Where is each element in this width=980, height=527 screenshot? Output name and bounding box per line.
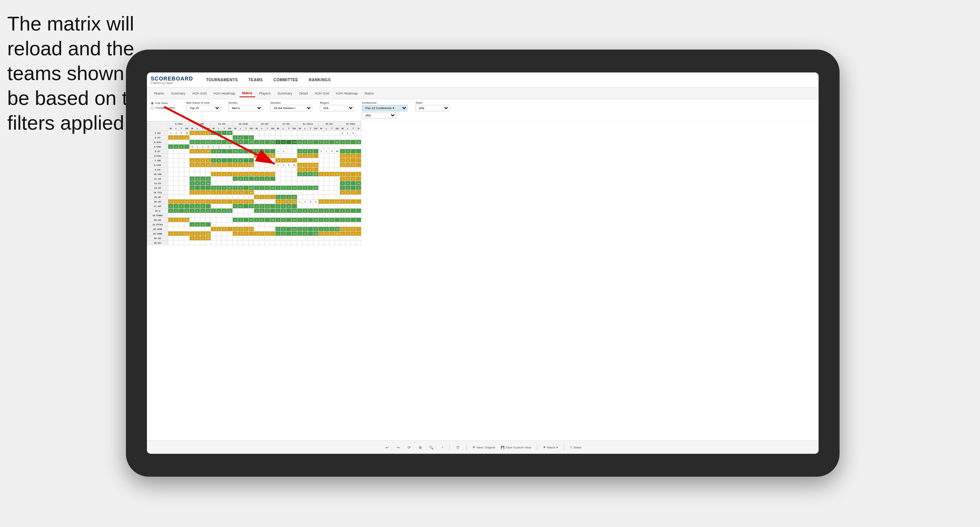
tab-h2h-grid2[interactable]: H2H Grid <box>312 90 332 97</box>
matrix-cell <box>335 241 340 245</box>
watch-button[interactable]: 👁 Watch ▾ <box>543 446 558 449</box>
matrix-cell <box>254 163 260 167</box>
sub-d5: Dif <box>270 126 276 131</box>
table-row: 14. TTU212222120230030 <box>147 190 361 195</box>
matrix-cell <box>292 190 297 195</box>
matrix-cell <box>184 186 190 190</box>
matrix-cell: 77 <box>270 172 276 177</box>
matrix-cell <box>324 181 329 186</box>
tab-teams[interactable]: Teams <box>151 90 167 97</box>
refresh-button[interactable]: ⟳ <box>406 445 412 450</box>
matrix-cell <box>303 190 308 195</box>
matrix-cell: 0 <box>206 131 211 135</box>
matrix-cell <box>308 135 313 140</box>
conference-sub-select[interactable]: (All) <box>362 112 396 119</box>
matrix-cell <box>335 135 340 140</box>
zoom-in-button[interactable]: + <box>442 446 443 449</box>
add-button[interactable]: ⊕ <box>417 445 423 450</box>
gender-select[interactable]: Men's <box>228 105 263 111</box>
table-row: 21. ETSU100 <box>147 222 361 227</box>
undo-button[interactable]: ↩ <box>384 445 390 450</box>
matrix-cell <box>345 145 351 149</box>
matrix-cell <box>308 145 313 149</box>
matrix-cell <box>286 149 292 154</box>
tab-detail[interactable]: Detail <box>296 90 311 97</box>
region-select[interactable]: N/A <box>320 105 354 111</box>
matrix-cell: 0 <box>200 204 206 209</box>
matrix-cell <box>335 222 340 227</box>
matrix-cell: 0 <box>340 177 345 181</box>
max-teams-select[interactable]: Top 25 <box>186 105 221 111</box>
matrix-cell <box>303 181 308 186</box>
matrix-cell <box>265 181 270 186</box>
matrix-cell: 9 <box>297 140 303 145</box>
matrix-cell <box>184 236 190 241</box>
full-view-radio[interactable]: Full View <box>151 101 175 105</box>
compact-view-radio[interactable]: Compact View <box>151 106 175 109</box>
matrix-cell <box>227 163 233 167</box>
matrix-cell <box>233 145 238 149</box>
matrix-cell: 1 <box>190 209 195 213</box>
tab-players[interactable]: Players <box>256 90 274 97</box>
matrix-cell <box>206 218 211 222</box>
matrix-cell: 0 <box>303 209 308 213</box>
timer-button[interactable]: ⏱ <box>455 445 461 450</box>
share-button[interactable]: ⇪ Share <box>570 446 582 449</box>
matrix-cell <box>168 158 174 163</box>
matrix-content: 3. ASU 10. UW 11. UA 22. UCB 24. UO 27. … <box>147 121 819 440</box>
matrix-cell <box>308 204 313 209</box>
matrix-cell <box>351 167 356 172</box>
matrix-cell <box>292 149 297 154</box>
matrix-cell: 1 <box>174 131 179 135</box>
redo-button[interactable]: ↪ <box>395 445 401 450</box>
matrix-cell <box>195 218 200 222</box>
row-label: 3. ASU <box>147 140 168 145</box>
tab-matrix[interactable]: Matrix <box>239 90 256 97</box>
tab-matrix2[interactable]: Matrix <box>361 90 377 97</box>
matrix-cell <box>179 140 184 145</box>
matrix-cell: 1 <box>254 209 260 213</box>
matrix-cell <box>174 227 179 231</box>
matrix-cell: 15 <box>356 181 361 186</box>
team-select[interactable]: (All) <box>415 105 450 111</box>
matrix-cell <box>174 195 179 199</box>
zoom-out-button[interactable]: 🔍 - <box>429 445 436 450</box>
division-select[interactable]: NCAA Division I <box>270 105 312 111</box>
sub-l3: L <box>216 126 222 131</box>
table-row: 7. UM0100101001002 <box>147 158 361 163</box>
conference-select[interactable]: Pac-12 Conference ▾ <box>362 105 408 111</box>
matrix-table-area[interactable]: 3. ASU 10. UW 11. UA 22. UCB 24. UO 27. … <box>147 121 819 440</box>
tab-h2h-grid[interactable]: H2H Grid <box>189 90 210 97</box>
sub-w2: W <box>190 126 195 131</box>
matrix-cell <box>216 135 222 140</box>
matrix-cell <box>340 236 345 241</box>
matrix-cell <box>260 227 265 231</box>
matrix-cell <box>286 227 292 231</box>
matrix-cell <box>345 204 351 209</box>
matrix-cell <box>329 204 335 209</box>
matrix-cell: 0 <box>233 163 238 167</box>
nav-teams[interactable]: TEAMS <box>247 77 264 83</box>
matrix-cell: 1 <box>168 145 174 149</box>
matrix-cell: 1 <box>190 204 195 209</box>
matrix-cell <box>222 131 227 135</box>
matrix-cell <box>276 131 281 135</box>
tab-h2h-heatmap2[interactable]: H2H Heatmap <box>333 90 361 97</box>
matrix-cell: 0 <box>200 140 206 145</box>
save-custom-button[interactable]: 💾 Save Custom View <box>501 446 531 449</box>
matrix-cell: 0 <box>345 181 351 186</box>
tab-summary[interactable]: Summary <box>168 90 189 97</box>
matrix-cell: 1 <box>297 218 303 222</box>
matrix-cell <box>345 213 351 218</box>
row-label: 2. VU <box>147 135 168 140</box>
matrix-cell: 1 <box>340 231 345 236</box>
matrix-cell <box>351 172 356 177</box>
tab-h2h-heatmap[interactable]: H2H Heatmap <box>211 90 239 97</box>
nav-rankings[interactable]: RANKINGS <box>307 77 332 83</box>
matrix-cell: 1 <box>233 158 238 163</box>
matrix-cell <box>265 131 270 135</box>
view-original-button[interactable]: 👁 View: Original <box>472 446 495 449</box>
nav-tournaments[interactable]: TOURNAMENTS <box>205 77 239 83</box>
tab-summary2[interactable]: Summary <box>274 90 295 97</box>
nav-committee[interactable]: COMMITTEE <box>272 77 300 83</box>
